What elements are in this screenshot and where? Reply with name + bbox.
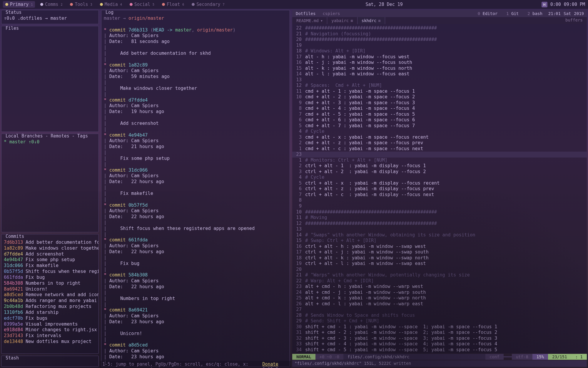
code-line[interactable]: 11# Moving — [292, 215, 587, 221]
code-line[interactable]: 16ctrl + alt - h : yabai -m window --swa… — [292, 244, 587, 250]
commit-row[interactable]: 1310fb6Add starship — [4, 310, 96, 316]
code-line[interactable]: 3ctrl + alt - 2 : yabai -m display --foc… — [292, 169, 587, 175]
code-line[interactable]: 10cmd + alt - 2 : yabai -m space --focus… — [292, 94, 587, 100]
commit-row[interactable]: 1a82c89Make windows closer together — [4, 246, 96, 251]
buffer-tab[interactable]: skhdrc≡ — [358, 17, 385, 24]
log-pane[interactable]: Log master → origin/master * commit 7d6b… — [101, 10, 290, 367]
commit-row[interactable]: 2b0b48dRefactoring mux projects — [4, 304, 96, 310]
code-line[interactable]: 9cmd + alt - 3 : yabai -m space --focus … — [292, 100, 587, 106]
code-line[interactable]: 19ctrl + alt - l : yabai -m window --swa… — [292, 261, 587, 267]
code-line[interactable]: 18ctrl + alt - k : yabai -m window --swa… — [292, 255, 587, 261]
code-line[interactable]: 3cmd + alt - x : yabai -m space --focus … — [292, 135, 587, 140]
stash-pane[interactable]: Stash — [1, 356, 99, 367]
workspace-float[interactable]: Float6 — [160, 1, 186, 8]
code-line[interactable]: 23alt + cmd - h : yabai -m window --warp… — [292, 284, 587, 290]
commit-row[interactable]: 0b57f5dShift focus when these registe — [4, 269, 96, 275]
code-line[interactable]: 31shift + cmd - 2 : yabai -m window --sp… — [292, 330, 587, 336]
code-line[interactable]: 14# "Swaps" with another Window, obtaini… — [292, 232, 587, 238]
crumb-project[interactable]: Dotfiles — [292, 11, 319, 16]
commit-row[interactable]: 7d6b313Add better documentation for s — [4, 240, 96, 246]
code-line[interactable]: 21# "Warps" with another Window, potenti… — [292, 272, 587, 278]
status-pane[interactable]: Status ↑0↓0 .dotfiles → master — [1, 10, 99, 24]
code-line[interactable]: 5cmd + alt - 7 : yabai -m space --focus … — [292, 123, 587, 129]
commit-row[interactable]: 584b308Numbers in top right — [4, 281, 96, 286]
commits-pane[interactable]: Commits 7d6b313Add better documentation … — [1, 234, 99, 354]
code-line[interactable]: 2ctrl + alt - 1 : yabai -m display --foc… — [292, 163, 587, 169]
code-line[interactable]: 13 — [292, 77, 587, 83]
code-line[interactable]: 26alt + cmd - l : yabai -m window --warp… — [292, 301, 587, 307]
code-line[interactable]: 1cmd + alt - c : yabai -m space --focus … — [292, 146, 587, 152]
commit-row[interactable]: edcf70bFix bugs — [4, 316, 96, 321]
buffer-tab[interactable]: README.md▾ — [292, 17, 327, 24]
code-line[interactable]: 30shift + cmd - 1 : yabai -m window --sp… — [292, 324, 587, 330]
code-line[interactable]: 9 — [292, 203, 587, 209]
code-line[interactable]: 32shift + cmd - 3 : yabai -m window --sp… — [292, 336, 587, 342]
code-line[interactable]: 21# Navigation (focussing) — [292, 31, 587, 37]
commit-row[interactable]: d7fdde4Add screenshot — [4, 251, 96, 257]
crumb-user[interactable]: cspiers — [319, 11, 343, 16]
tmux-window[interactable]: 1 Git — [503, 11, 522, 16]
code-line[interactable]: 10######################################… — [292, 209, 587, 215]
code-line[interactable]: 8cmd + alt - 4 : yabai -m space --focus … — [292, 106, 587, 112]
code-line[interactable]: 18# Windows: Alt + [DIR] — [292, 48, 587, 54]
code-line[interactable]: 24alt + cmd - j : yabai -m window --warp… — [292, 290, 587, 296]
code-line[interactable]: 22######################################… — [292, 25, 587, 31]
code-line[interactable]: 22# Warp: Alt + Cmd + [DIR] — [292, 278, 587, 284]
code-line[interactable]: 29# Send: Shift + Cmd + [NUM] — [292, 318, 587, 324]
code-line[interactable]: 1# Monitors: Ctrl + Alt + [NUM] — [292, 158, 587, 163]
code-line[interactable]: 15alt - k : yabai -m window --focus nort… — [292, 66, 587, 72]
code-line[interactable]: 4# Cycle — [292, 129, 587, 135]
code-line[interactable]: 15# Swap: Ctrl + Alt + [DIR] — [292, 238, 587, 244]
tmux-window[interactable]: 2 bash — [524, 11, 545, 16]
code-line[interactable]: 5ctrl + alt - x : yabai -m display --foc… — [292, 180, 587, 186]
code-line[interactable]: 7ctrl + alt - c : yabai -m display --foc… — [292, 192, 587, 198]
commit-row[interactable]: a8d5cedRemove network and add icons t — [4, 292, 96, 298]
code-line[interactable]: 11cmd + alt - 1 : yabai -m space --focus… — [292, 89, 587, 95]
code-line[interactable]: 25alt + cmd - k : yabai -m window --warp… — [292, 295, 587, 301]
code-line[interactable]: 17alt - h : yabai -m window --focus west — [292, 54, 587, 60]
code-line[interactable]: 28# Sends Window to Space and shifts foc… — [292, 313, 587, 319]
code-line[interactable]: 27 — [292, 307, 587, 313]
workspace-media[interactable]: Media4 — [98, 1, 124, 8]
code-line[interactable]: 12# Spaces: Cmd + Alt + [NUM] — [292, 83, 587, 89]
commit-row[interactable]: 9c44a1bAdds ranger and more yabai — [4, 298, 96, 304]
commit-row[interactable]: 31dc066Fix makefile — [4, 263, 96, 269]
workspace-primary[interactable]: Primary1 — [3, 1, 35, 8]
code-line[interactable]: 17ctrl + alt - j : yabai -m window --swa… — [292, 249, 587, 255]
workspace-comms[interactable]: Comms2 — [38, 1, 65, 8]
code-line[interactable]: 20 — [292, 267, 587, 273]
workspace-tools[interactable]: Tools3 — [68, 1, 94, 8]
commit-row[interactable]: de13448New dotfiles mux project — [4, 339, 96, 345]
commit-row[interactable]: 0399a5eVisual improvements — [4, 321, 96, 327]
code-line[interactable]: 6cmd + alt - 6 : yabai -m space --focus … — [292, 117, 587, 123]
branch-current[interactable]: * master ↑0↓0 — [4, 139, 39, 145]
files-pane[interactable]: Files — [1, 26, 99, 132]
code-line[interactable]: 19 — [292, 43, 587, 49]
code-line[interactable]: 8 — [292, 198, 587, 203]
code-line[interactable]: 16alt - j : yabai -m window --focus sout… — [292, 60, 587, 66]
code-line[interactable]: 20######################################… — [292, 37, 587, 43]
line-number: 6 — [292, 117, 305, 123]
code-line[interactable]: 2cmd + alt - z : yabai -m space --focus … — [292, 140, 587, 146]
commit-row[interactable]: 23d7143Fix intervals — [4, 333, 96, 339]
code-line[interactable]: 6ctrl + alt - z : yabai -m display --foc… — [292, 186, 587, 192]
commit-row[interactable]: 8a69421Unicorn! — [4, 286, 96, 292]
buffer-tab[interactable]: yabairc≡ — [327, 17, 357, 24]
code-line[interactable]: 4# Cycle — [292, 175, 587, 180]
workspace-secondary[interactable]: Secondary7 — [189, 1, 227, 8]
code-line[interactable]: 13 — [292, 226, 587, 232]
tmux-window[interactable]: 0 Editor — [475, 11, 500, 16]
code-editor[interactable]: 22######################################… — [292, 24, 587, 353]
workspace-social[interactable]: Social5 — [127, 1, 157, 8]
donate-link[interactable]: Donate — [262, 362, 278, 367]
code-line[interactable]: 23 — [292, 152, 587, 158]
branches-pane[interactable]: Local Branches - Remotes - Tags * master… — [1, 134, 99, 232]
code-line[interactable]: 34shift + cmd - 5 : yabai -m window --sp… — [292, 347, 587, 353]
commit-row[interactable]: e918d84Minor changes to right.jsx — [4, 327, 96, 333]
code-line[interactable]: 14alt - l : yabai -m window --focus east — [292, 71, 587, 77]
commit-row[interactable]: 4e94b47Fix some php setup — [4, 257, 96, 263]
code-line[interactable]: 7cmd + alt - 5 : yabai -m space --focus … — [292, 112, 587, 117]
code-line[interactable]: 33shift + cmd - 4 : yabai -m window --sp… — [292, 341, 587, 347]
code-line[interactable]: 12######################################… — [292, 221, 587, 227]
commit-row[interactable]: 661fddaFix bug — [4, 275, 96, 281]
